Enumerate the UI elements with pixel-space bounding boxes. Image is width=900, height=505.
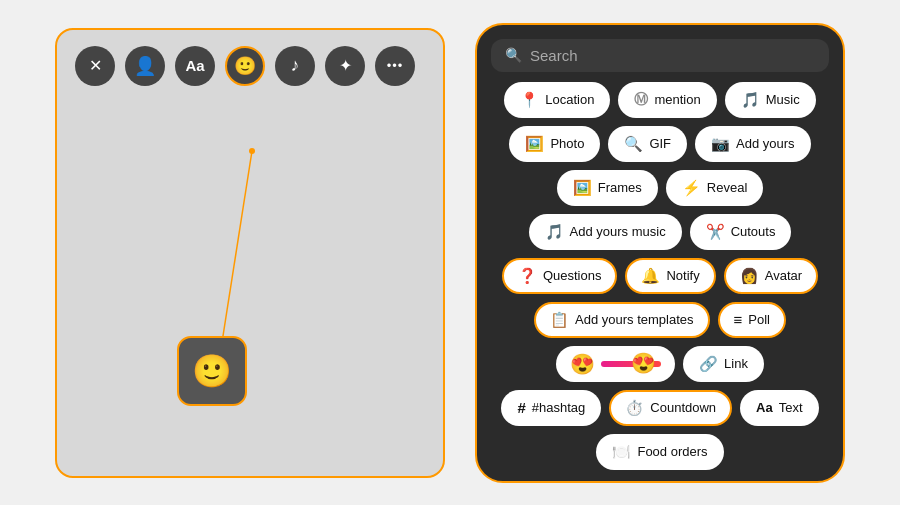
add-yours-music-chip[interactable]: 🎵 Add yours music: [529, 214, 682, 250]
sticker-area: 🙂: [57, 96, 443, 476]
notify-label: Notify: [666, 268, 699, 283]
avatar-label: Avatar: [765, 268, 802, 283]
sticker-icon-box[interactable]: 🙂: [177, 336, 247, 406]
row-7: 😍 😍 🔗 Link: [491, 346, 829, 382]
sticker-button[interactable]: 🙂: [225, 46, 265, 86]
text-chip[interactable]: Aa Text: [740, 390, 818, 426]
row-5: ❓ Questions 🔔 Notify 👩 Avatar: [491, 258, 829, 294]
photo-chip[interactable]: 🖼️ Photo: [509, 126, 600, 162]
music-button[interactable]: ♪: [275, 46, 315, 86]
add-yours-chip[interactable]: 📷 Add yours: [695, 126, 811, 162]
poll-icon: ≡: [734, 311, 743, 328]
row-2: 🖼️ Photo 🔍 GIF 📷 Add yours: [491, 126, 829, 162]
slider-inner: 😍: [601, 361, 661, 367]
food-orders-chip[interactable]: 🍽️ Food orders: [596, 434, 723, 470]
arrow-line: [57, 96, 443, 476]
person-button[interactable]: 👤: [125, 46, 165, 86]
frames-chip[interactable]: 🖼️ Frames: [557, 170, 658, 206]
mention-chip[interactable]: Ⓜ mention: [618, 82, 716, 118]
emoji-slider-chip[interactable]: 😍 😍: [556, 346, 675, 382]
add-yours-templates-icon: 📋: [550, 311, 569, 329]
notify-chip[interactable]: 🔔 Notify: [625, 258, 715, 294]
food-orders-label: Food orders: [637, 444, 707, 459]
countdown-label: Countdown: [650, 400, 716, 415]
avatar-chip[interactable]: 👩 Avatar: [724, 258, 818, 294]
row-1: 📍 Location Ⓜ mention 🎵 Music: [491, 82, 829, 118]
questions-chip[interactable]: ❓ Questions: [502, 258, 618, 294]
slider-track: 😍: [601, 361, 661, 367]
toolbar: ✕ 👤 Aa 🙂 ♪ ✦ •••: [57, 30, 443, 96]
gif-chip[interactable]: 🔍 GIF: [608, 126, 687, 162]
text-label: Text: [779, 400, 803, 415]
search-placeholder: Search: [530, 47, 578, 64]
location-icon: 📍: [520, 91, 539, 109]
gif-label: GIF: [649, 136, 671, 151]
music-label: Music: [766, 92, 800, 107]
music-chip[interactable]: 🎵 Music: [725, 82, 816, 118]
reveal-chip[interactable]: ⚡ Reveal: [666, 170, 763, 206]
hashtag-label: #hashtag: [532, 400, 586, 415]
text-icon: Aa: [185, 57, 204, 74]
cutouts-label: Cutouts: [731, 224, 776, 239]
sparkle-icon: ✦: [339, 56, 352, 75]
link-chip[interactable]: 🔗 Link: [683, 346, 764, 382]
hashtag-icon: #: [517, 399, 525, 416]
more-button[interactable]: •••: [375, 46, 415, 86]
search-icon: 🔍: [505, 47, 522, 63]
sticker-emoji-icon: 🙂: [192, 352, 232, 390]
location-chip[interactable]: 📍 Location: [504, 82, 610, 118]
text-aa-icon: Aa: [756, 400, 773, 415]
more-icon: •••: [387, 58, 404, 73]
add-yours-templates-chip[interactable]: 📋 Add yours templates: [534, 302, 710, 338]
cutouts-chip[interactable]: ✂️ Cutouts: [690, 214, 792, 250]
add-yours-icon: 📷: [711, 135, 730, 153]
cutouts-icon: ✂️: [706, 223, 725, 241]
add-yours-label: Add yours: [736, 136, 795, 151]
questions-label: Questions: [543, 268, 602, 283]
hashtag-chip[interactable]: # #hashtag: [501, 390, 601, 426]
add-yours-music-label: Add yours music: [570, 224, 666, 239]
mention-icon: Ⓜ: [634, 91, 648, 109]
row-8: # #hashtag ⏱️ Countdown Aa Text: [491, 390, 829, 426]
row-6: 📋 Add yours templates ≡ Poll: [491, 302, 829, 338]
emoji-left-icon: 😍: [570, 352, 595, 376]
poll-chip[interactable]: ≡ Poll: [718, 302, 786, 338]
photo-label: Photo: [550, 136, 584, 151]
mention-label: mention: [654, 92, 700, 107]
frames-label: Frames: [598, 180, 642, 195]
frames-icon: 🖼️: [573, 179, 592, 197]
add-yours-music-icon: 🎵: [545, 223, 564, 241]
countdown-icon: ⏱️: [625, 399, 644, 417]
poll-label: Poll: [748, 312, 770, 327]
photo-icon: 🖼️: [525, 135, 544, 153]
row-9: 🍽️ Food orders: [491, 434, 829, 470]
music-icon: ♪: [291, 55, 300, 76]
questions-icon: ❓: [518, 267, 537, 285]
row-4: 🎵 Add yours music ✂️ Cutouts: [491, 214, 829, 250]
text-button[interactable]: Aa: [175, 46, 215, 86]
sticker-icon: 🙂: [234, 55, 256, 77]
sparkle-button[interactable]: ✦: [325, 46, 365, 86]
gif-icon: 🔍: [624, 135, 643, 153]
right-panel: 🔍 Search 📍 Location Ⓜ mention 🎵 Music 🖼️…: [475, 23, 845, 483]
reveal-icon: ⚡: [682, 179, 701, 197]
countdown-chip[interactable]: ⏱️ Countdown: [609, 390, 732, 426]
link-icon: 🔗: [699, 355, 718, 373]
music-note-icon: 🎵: [741, 91, 760, 109]
avatar-icon: 👩: [740, 267, 759, 285]
svg-point-1: [249, 148, 255, 154]
reveal-label: Reveal: [707, 180, 747, 195]
location-label: Location: [545, 92, 594, 107]
close-icon: ✕: [89, 56, 102, 75]
row-3: 🖼️ Frames ⚡ Reveal: [491, 170, 829, 206]
notify-icon: 🔔: [641, 267, 660, 285]
stickers-grid: 📍 Location Ⓜ mention 🎵 Music 🖼️ Photo 🔍 …: [491, 82, 829, 471]
close-button[interactable]: ✕: [75, 46, 115, 86]
food-orders-icon: 🍽️: [612, 443, 631, 461]
person-icon: 👤: [134, 55, 156, 77]
search-bar[interactable]: 🔍 Search: [491, 39, 829, 72]
add-yours-templates-label: Add yours templates: [575, 312, 694, 327]
left-panel: ✕ 👤 Aa 🙂 ♪ ✦ ••• 🙂: [55, 28, 445, 478]
link-label: Link: [724, 356, 748, 371]
slider-thumb-icon: 😍: [631, 351, 656, 375]
